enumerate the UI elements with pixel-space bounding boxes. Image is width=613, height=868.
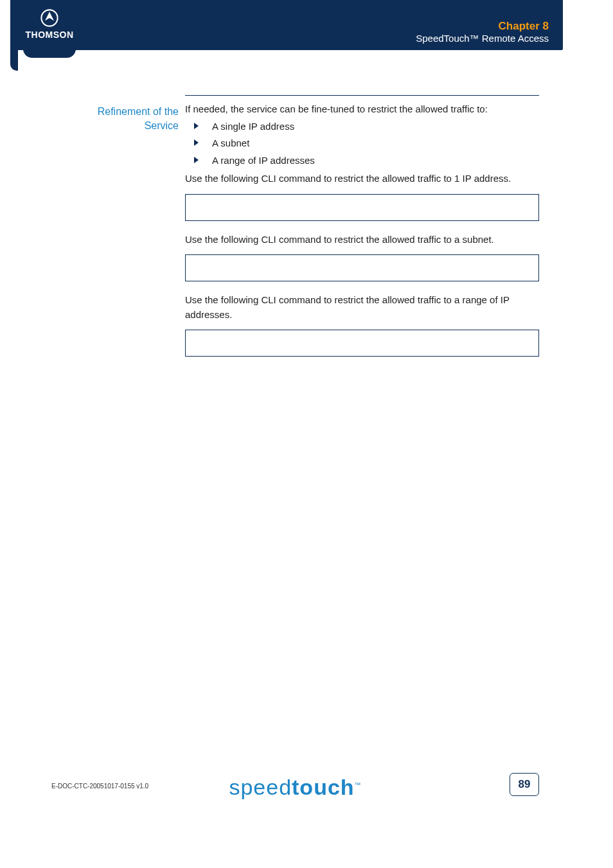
paragraph-one-ip: Use the following CLI command to restric… xyxy=(185,172,539,186)
header-text-block: Chapter 8 SpeedTouch™ Remote Access xyxy=(416,19,549,45)
section-body: If needed, the service can be fine-tuned… xyxy=(185,102,539,368)
document-id: E-DOC-CTC-20051017-0155 v1.0 xyxy=(51,783,148,790)
speedtouch-logo: speedtouch™ xyxy=(229,775,361,800)
content-area: Refinement of the Service If needed, the… xyxy=(77,95,539,368)
bullet-list: A single IP address A subnet A range of … xyxy=(194,120,539,168)
chapter-subtitle: SpeedTouch™ Remote Access xyxy=(416,33,549,45)
speedtouch-logo-light: speed xyxy=(229,775,292,799)
intro-paragraph: If needed, the service can be fine-tuned… xyxy=(185,102,539,117)
paragraph-subnet: Use the following CLI command to restric… xyxy=(185,233,539,247)
section-row: Refinement of the Service If needed, the… xyxy=(77,102,539,368)
page-number: 89 xyxy=(510,773,539,796)
list-item: A single IP address xyxy=(194,120,539,134)
chapter-label: Chapter 8 xyxy=(416,19,549,33)
speedtouch-logo-bold: touch xyxy=(292,775,355,799)
cli-command-box-range xyxy=(185,330,539,357)
paragraph-range: Use the following CLI command to restric… xyxy=(185,293,539,322)
side-heading-line2: Service xyxy=(145,120,179,131)
list-item: A range of IP addresses xyxy=(194,154,539,168)
page-header: Chapter 8 SpeedTouch™ Remote Access xyxy=(10,0,563,50)
cli-command-box-oneip xyxy=(185,194,539,221)
thomson-logo-text: THOMSON xyxy=(23,30,76,40)
section-rule xyxy=(185,95,539,96)
thomson-logo-badge: THOMSON xyxy=(23,0,76,58)
side-heading: Refinement of the Service xyxy=(77,102,185,132)
side-heading-line1: Refinement of the xyxy=(98,106,179,117)
page-footer: E-DOC-CTC-20051017-0155 v1.0 speedtouch™… xyxy=(51,766,539,796)
thomson-logo-icon xyxy=(40,9,58,27)
cli-command-box-subnet xyxy=(185,254,539,281)
list-item: A subnet xyxy=(194,136,539,151)
trademark-symbol: ™ xyxy=(355,781,362,788)
